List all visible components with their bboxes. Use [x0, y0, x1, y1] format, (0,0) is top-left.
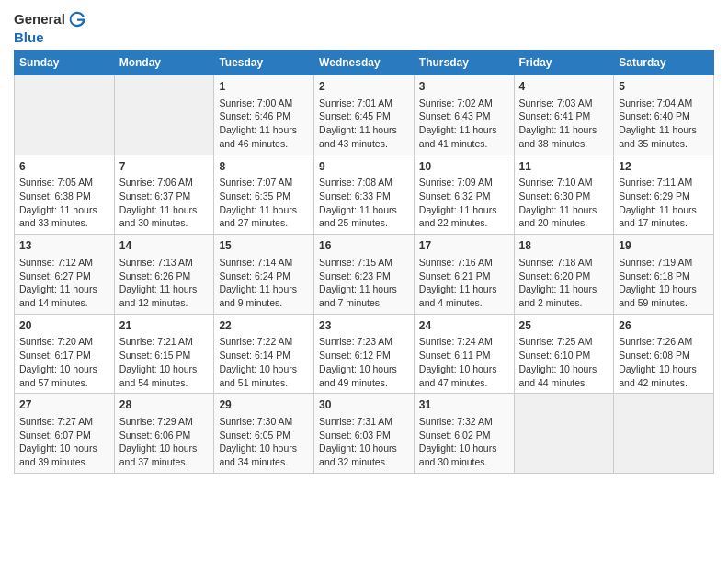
calendar-cell: 20 Sunrise: 7:20 AM Sunset: 6:17 PM Dayl…: [15, 314, 115, 394]
calendar-cell: 22 Sunrise: 7:22 AM Sunset: 6:14 PM Dayl…: [214, 314, 314, 394]
day-number: 28: [119, 397, 210, 413]
calendar-cell: 15 Sunrise: 7:14 AM Sunset: 6:24 PM Dayl…: [214, 235, 314, 315]
day-number: 4: [519, 79, 609, 95]
day-number: 18: [519, 238, 609, 254]
sunrise-text: Sunrise: 7:04 AM: [619, 98, 692, 109]
sunrise-text: Sunrise: 7:23 AM: [319, 336, 392, 347]
calendar-week-row: 27 Sunrise: 7:27 AM Sunset: 6:07 PM Dayl…: [15, 394, 714, 474]
day-number: 17: [419, 238, 509, 254]
calendar-table: SundayMondayTuesdayWednesdayThursdayFrid…: [14, 50, 714, 474]
calendar-cell: 16 Sunrise: 7:15 AM Sunset: 6:23 PM Dayl…: [314, 235, 415, 315]
sunset-text: Sunset: 6:35 PM: [219, 190, 290, 201]
day-number: 24: [419, 318, 509, 334]
calendar-week-row: 1 Sunrise: 7:00 AM Sunset: 6:46 PM Dayli…: [15, 75, 714, 155]
sunrise-text: Sunrise: 7:31 AM: [319, 416, 392, 427]
calendar-cell: 27 Sunrise: 7:27 AM Sunset: 6:07 PM Dayl…: [15, 394, 115, 474]
sunset-text: Sunset: 6:24 PM: [219, 270, 290, 282]
day-number: 26: [619, 318, 709, 334]
calendar-cell: 12 Sunrise: 7:11 AM Sunset: 6:29 PM Dayl…: [614, 155, 714, 235]
daylight-text: Daylight: 11 hours and 22 minutes.: [419, 204, 497, 229]
day-number: 2: [319, 79, 409, 95]
daylight-text: Daylight: 11 hours and 41 minutes.: [419, 124, 497, 149]
sunset-text: Sunset: 6:37 PM: [119, 190, 191, 201]
sunrise-text: Sunrise: 7:11 AM: [619, 177, 692, 188]
sunset-text: Sunset: 6:29 PM: [619, 190, 690, 201]
calendar-cell: 26 Sunrise: 7:26 AM Sunset: 6:08 PM Dayl…: [614, 314, 714, 394]
day-number: 30: [319, 397, 409, 413]
calendar-week-row: 20 Sunrise: 7:20 AM Sunset: 6:17 PM Dayl…: [15, 314, 714, 394]
day-number: 15: [219, 238, 309, 254]
sunrise-text: Sunrise: 7:06 AM: [119, 177, 193, 188]
sunrise-text: Sunrise: 7:18 AM: [519, 257, 593, 268]
sunrise-text: Sunrise: 7:00 AM: [219, 98, 292, 109]
sunrise-text: Sunrise: 7:16 AM: [419, 257, 493, 268]
sunset-text: Sunset: 6:07 PM: [19, 430, 91, 441]
day-number: 10: [419, 159, 509, 175]
calendar-cell: 1 Sunrise: 7:00 AM Sunset: 6:46 PM Dayli…: [214, 75, 314, 155]
sunrise-text: Sunrise: 7:02 AM: [419, 98, 493, 109]
sunset-text: Sunset: 6:03 PM: [319, 430, 391, 441]
calendar-cell: 14 Sunrise: 7:13 AM Sunset: 6:26 PM Dayl…: [114, 235, 214, 315]
sunset-text: Sunset: 6:15 PM: [119, 350, 191, 361]
calendar-cell: 19 Sunrise: 7:19 AM Sunset: 6:18 PM Dayl…: [614, 235, 714, 315]
daylight-text: Daylight: 11 hours and 2 minutes.: [519, 283, 597, 308]
daylight-text: Daylight: 11 hours and 43 minutes.: [319, 124, 397, 149]
calendar-week-row: 6 Sunrise: 7:05 AM Sunset: 6:38 PM Dayli…: [15, 155, 714, 235]
daylight-text: Daylight: 11 hours and 30 minutes.: [119, 204, 198, 229]
sunset-text: Sunset: 6:43 PM: [419, 110, 491, 121]
sunrise-text: Sunrise: 7:24 AM: [419, 336, 493, 347]
calendar-cell: 30 Sunrise: 7:31 AM Sunset: 6:03 PM Dayl…: [314, 394, 415, 474]
calendar-cell: [114, 75, 214, 155]
sunset-text: Sunset: 6:46 PM: [219, 110, 290, 121]
calendar-cell: 25 Sunrise: 7:25 AM Sunset: 6:10 PM Dayl…: [514, 314, 614, 394]
daylight-text: Daylight: 10 hours and 44 minutes.: [519, 363, 597, 388]
day-number: 6: [19, 159, 109, 175]
sunset-text: Sunset: 6:02 PM: [419, 430, 491, 441]
sunrise-text: Sunrise: 7:14 AM: [219, 257, 292, 268]
daylight-text: Daylight: 10 hours and 51 minutes.: [219, 363, 297, 388]
calendar-cell: 17 Sunrise: 7:16 AM Sunset: 6:21 PM Dayl…: [414, 235, 514, 315]
calendar-cell: 11 Sunrise: 7:10 AM Sunset: 6:30 PM Dayl…: [514, 155, 614, 235]
daylight-text: Daylight: 11 hours and 46 minutes.: [219, 124, 297, 149]
calendar-cell: 23 Sunrise: 7:23 AM Sunset: 6:12 PM Dayl…: [314, 314, 415, 394]
sunrise-text: Sunrise: 7:15 AM: [319, 257, 392, 268]
calendar-cell: 4 Sunrise: 7:03 AM Sunset: 6:41 PM Dayli…: [514, 75, 614, 155]
day-number: 25: [519, 318, 609, 334]
day-number: 27: [19, 397, 109, 413]
sunset-text: Sunset: 6:27 PM: [19, 270, 91, 282]
sunrise-text: Sunrise: 7:10 AM: [519, 177, 593, 188]
day-number: 31: [419, 397, 509, 413]
day-number: 1: [219, 79, 309, 95]
sunrise-text: Sunrise: 7:19 AM: [619, 257, 692, 268]
daylight-text: Daylight: 10 hours and 39 minutes.: [19, 442, 97, 467]
page-header: General Blue: [14, 9, 714, 46]
sunset-text: Sunset: 6:08 PM: [619, 350, 690, 361]
calendar-cell: 24 Sunrise: 7:24 AM Sunset: 6:11 PM Dayl…: [414, 314, 514, 394]
logo-icon: [67, 9, 87, 29]
sunset-text: Sunset: 6:38 PM: [19, 190, 91, 201]
sunset-text: Sunset: 6:33 PM: [319, 190, 391, 201]
sunset-text: Sunset: 6:05 PM: [219, 430, 290, 441]
sunrise-text: Sunrise: 7:01 AM: [319, 98, 392, 109]
daylight-text: Daylight: 11 hours and 33 minutes.: [19, 204, 97, 229]
day-number: 14: [119, 238, 210, 254]
calendar-cell: 6 Sunrise: 7:05 AM Sunset: 6:38 PM Dayli…: [15, 155, 115, 235]
daylight-text: Daylight: 10 hours and 34 minutes.: [219, 442, 297, 467]
sunset-text: Sunset: 6:10 PM: [519, 350, 591, 361]
logo: General Blue: [14, 9, 87, 46]
sunrise-text: Sunrise: 7:09 AM: [419, 177, 493, 188]
sunset-text: Sunset: 6:14 PM: [219, 350, 290, 361]
daylight-text: Daylight: 10 hours and 49 minutes.: [319, 363, 397, 388]
daylight-text: Daylight: 11 hours and 7 minutes.: [319, 283, 397, 308]
day-number: 12: [619, 159, 709, 175]
calendar-cell: 5 Sunrise: 7:04 AM Sunset: 6:40 PM Dayli…: [614, 75, 714, 155]
calendar-cell: 9 Sunrise: 7:08 AM Sunset: 6:33 PM Dayli…: [314, 155, 415, 235]
day-header-monday: Monday: [114, 51, 214, 75]
day-number: 21: [119, 318, 210, 334]
day-header-wednesday: Wednesday: [314, 51, 415, 75]
calendar-cell: 7 Sunrise: 7:06 AM Sunset: 6:37 PM Dayli…: [114, 155, 214, 235]
daylight-text: Daylight: 11 hours and 27 minutes.: [219, 204, 297, 229]
sunrise-text: Sunrise: 7:05 AM: [19, 177, 93, 188]
sunset-text: Sunset: 6:26 PM: [119, 270, 191, 282]
day-number: 19: [619, 238, 709, 254]
